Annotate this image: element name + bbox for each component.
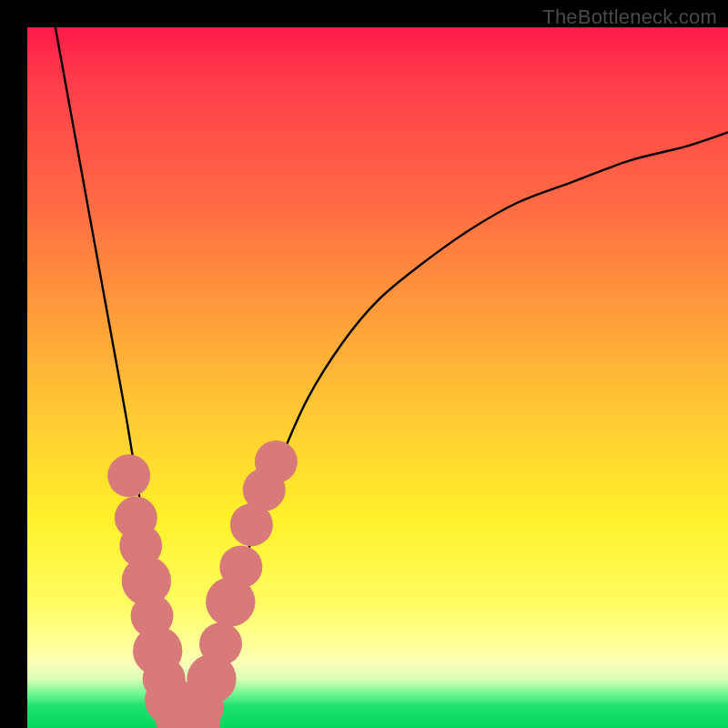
- highlight-dot: [255, 440, 298, 483]
- watermark-text: TheBottleneck.com: [542, 5, 717, 29]
- highlight-dot: [219, 545, 262, 588]
- highlighted-points: [107, 440, 298, 728]
- highlight-dot: [199, 622, 242, 665]
- chart-frame: TheBottleneck.com: [0, 0, 728, 728]
- plot-area: [27, 27, 728, 728]
- curve-layer: [27, 27, 728, 728]
- highlight-dot: [107, 454, 150, 497]
